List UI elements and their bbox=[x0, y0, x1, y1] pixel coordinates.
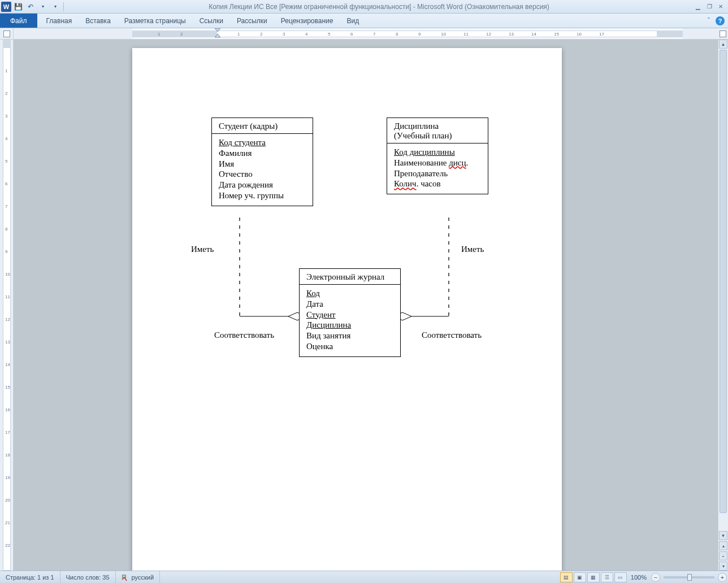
status-right: ▤ ▣ ▦ ☰ ▭ 100% − + bbox=[560, 571, 728, 583]
entity-field: Преподаватель bbox=[394, 168, 481, 179]
statusbar: Страница: 1 из 1 Число слов: 35 русский … bbox=[0, 571, 728, 583]
zoom-slider[interactable] bbox=[664, 576, 714, 578]
minimize-icon: ▁ bbox=[696, 3, 700, 10]
spellcheck-icon bbox=[122, 573, 129, 581]
entity-title: Студент (кадры) bbox=[212, 118, 313, 134]
entity-field: Номер уч. группы bbox=[219, 190, 306, 201]
workspace: 12345678910111213141516171819202122 Студ… bbox=[0, 40, 728, 571]
tab-references[interactable]: Ссылки bbox=[193, 14, 230, 28]
save-icon: 💾 bbox=[14, 3, 23, 11]
entity-field: Имя bbox=[219, 159, 306, 169]
customize-qat[interactable]: ▾ bbox=[50, 1, 61, 12]
minus-icon: − bbox=[654, 574, 657, 581]
entity-key: Код bbox=[306, 288, 393, 299]
tab-home[interactable]: Главная bbox=[40, 14, 79, 28]
scroll-thumb[interactable] bbox=[720, 50, 727, 513]
view-web-layout[interactable]: ▦ bbox=[587, 572, 600, 582]
tab-insert[interactable]: Вставка bbox=[79, 14, 118, 28]
entity-field: Студент bbox=[306, 310, 393, 320]
print-layout-icon: ▤ bbox=[564, 575, 569, 580]
help-button[interactable]: ? bbox=[716, 16, 725, 25]
entity-field: Оценка bbox=[306, 341, 393, 352]
svg-marker-1 bbox=[215, 34, 220, 37]
quick-access-toolbar: W 💾 ↶ ▾ ▾ bbox=[0, 1, 65, 12]
view-draft[interactable]: ▭ bbox=[614, 572, 627, 582]
status-page[interactable]: Страница: 1 из 1 bbox=[0, 571, 60, 583]
plus-icon: + bbox=[721, 574, 724, 581]
prev-page-button[interactable]: ▴ bbox=[719, 541, 727, 550]
zoom-level[interactable]: 100% bbox=[627, 574, 650, 581]
browse-object-button[interactable]: • bbox=[719, 551, 727, 560]
vertical-ruler[interactable]: 12345678910111213141516171819202122 bbox=[0, 40, 14, 571]
zoom-slider-thumb[interactable] bbox=[687, 574, 692, 581]
outline-icon: ☰ bbox=[605, 575, 609, 580]
vertical-scrollbar[interactable]: ▲ ▼ ▴ • ▾ bbox=[718, 40, 728, 571]
draft-icon: ▭ bbox=[618, 575, 623, 580]
relation-label: Иметь bbox=[191, 245, 214, 254]
tab-page-layout[interactable]: Разметка страницы bbox=[118, 14, 193, 28]
first-line-indent-icon[interactable] bbox=[215, 28, 220, 34]
titlebar: W 💾 ↶ ▾ ▾ Копия Лекции ИС Все [Режим огр… bbox=[0, 0, 728, 14]
entity-body: Код дисциплины Наименование дисц. Препод… bbox=[387, 143, 488, 194]
status-word-count[interactable]: Число слов: 35 bbox=[60, 571, 116, 583]
entity-field: Дата рождения bbox=[219, 180, 306, 190]
page[interactable]: Студент (кадры) Код студента Фамилия Имя… bbox=[132, 48, 562, 571]
ribbon-minimize-button[interactable]: ˇ bbox=[704, 16, 713, 25]
window-controls: ▁ ❐ ✕ bbox=[693, 3, 728, 11]
relation-label: Соответствовать bbox=[422, 330, 482, 340]
tab-mailings[interactable]: Рассылки bbox=[230, 14, 274, 28]
entity-body: Код студента Фамилия Имя Отчество Дата р… bbox=[212, 134, 313, 206]
help-icon: ? bbox=[718, 18, 722, 24]
redo-dropdown[interactable]: ▾ bbox=[37, 1, 49, 12]
tab-view[interactable]: Вид bbox=[340, 14, 366, 28]
scroll-up-button[interactable]: ▲ bbox=[719, 40, 727, 49]
zoom-in-button[interactable]: + bbox=[718, 573, 727, 582]
ribbon: Файл Главная Вставка Разметка страницы С… bbox=[0, 14, 728, 28]
status-language[interactable]: русский bbox=[116, 571, 160, 583]
chevron-down-icon: ▾ bbox=[42, 4, 44, 9]
close-icon: ✕ bbox=[718, 3, 723, 10]
full-screen-icon: ▣ bbox=[577, 575, 582, 580]
entity-field: Фамилия bbox=[219, 148, 306, 159]
relation-label: Соответствовать bbox=[214, 330, 274, 340]
document-area[interactable]: Студент (кадры) Код студента Фамилия Имя… bbox=[14, 40, 718, 571]
entity-title: Электронный журнал bbox=[300, 269, 400, 285]
relation-label: Иметь bbox=[461, 245, 484, 254]
entity-field: Дисциплина bbox=[306, 320, 393, 330]
entity-field: Дата bbox=[306, 299, 393, 310]
entity-student[interactable]: Студент (кадры) Код студента Фамилия Имя… bbox=[211, 118, 313, 206]
zoom-out-button[interactable]: − bbox=[651, 573, 660, 582]
restore-icon: ❐ bbox=[707, 3, 712, 10]
entity-field: Вид занятия bbox=[306, 330, 393, 341]
save-button[interactable]: 💾 bbox=[12, 1, 24, 12]
tab-selector[interactable] bbox=[0, 28, 14, 39]
entity-discipline[interactable]: Дисциплина (Учебный план) Код дисциплины… bbox=[387, 118, 488, 194]
entity-field: Колич. часов bbox=[394, 179, 481, 189]
tab-review[interactable]: Рецензирование bbox=[274, 14, 340, 28]
entity-key: Код студента bbox=[219, 137, 306, 148]
entity-title: Дисциплина (Учебный план) bbox=[387, 118, 488, 143]
dropdown-icon: ▾ bbox=[54, 4, 57, 9]
restore-button[interactable]: ❐ bbox=[704, 3, 714, 11]
close-button[interactable]: ✕ bbox=[716, 3, 726, 11]
entity-body: Код Дата Студент Дисциплина Вид занятия … bbox=[300, 285, 400, 356]
window-title: Копия Лекции ИС Все [Режим ограниченной … bbox=[65, 3, 693, 11]
word-app-icon[interactable]: W bbox=[1, 2, 11, 12]
entity-field: Отчество bbox=[219, 169, 306, 180]
minimize-button[interactable]: ▁ bbox=[693, 3, 703, 11]
web-layout-icon: ▦ bbox=[591, 575, 596, 580]
next-page-button[interactable]: ▾ bbox=[719, 562, 727, 571]
entity-field: Наименование дисц. bbox=[394, 158, 481, 168]
view-print-layout[interactable]: ▤ bbox=[560, 572, 573, 582]
ruler-toggle[interactable] bbox=[718, 28, 728, 39]
undo-icon: ↶ bbox=[28, 3, 33, 11]
hanging-indent-icon[interactable] bbox=[215, 34, 220, 39]
view-outline[interactable]: ☰ bbox=[601, 572, 613, 582]
horizontal-ruler[interactable]: 211234567891011121314151617 bbox=[132, 28, 683, 39]
tab-file[interactable]: Файл bbox=[0, 14, 37, 28]
view-full-screen[interactable]: ▣ bbox=[574, 572, 586, 582]
entity-journal[interactable]: Электронный журнал Код Дата Студент Дисц… bbox=[299, 268, 401, 357]
undo-button[interactable]: ↶ bbox=[25, 1, 36, 12]
svg-marker-0 bbox=[215, 28, 220, 32]
scroll-down-button[interactable]: ▼ bbox=[719, 531, 727, 540]
